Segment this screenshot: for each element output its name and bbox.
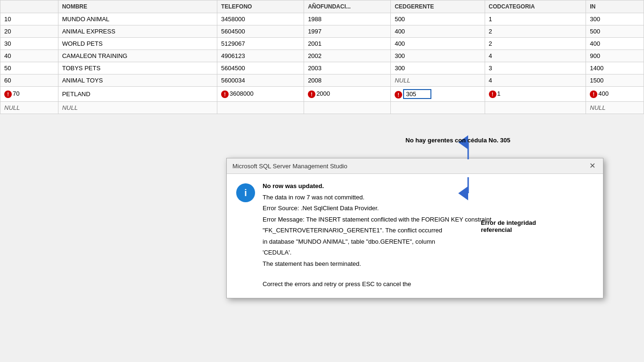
table-row[interactable]: 40CAMALEON TRAINING490612320023004900 (0, 50, 644, 62)
cell-cedgerente[interactable]: !305 (391, 87, 485, 102)
table-row[interactable]: 60ANIMAL TOYS56000342008NULL41500 (0, 74, 644, 87)
cell-in: 1400 (586, 62, 644, 74)
cell-codcategoria: 4 (485, 74, 586, 87)
cell-in: 400 (586, 38, 644, 50)
cell-telefono: 5600034 (217, 74, 304, 87)
cell-nombre: ANIMAL TOYS (58, 74, 217, 87)
cell-anio: 1988 (304, 13, 391, 25)
cell-telefono: !3608000 (217, 87, 304, 102)
cell-telefono: 5604500 (217, 62, 304, 74)
cell-nombre: NULL (58, 102, 217, 114)
cell-telefono (217, 102, 304, 114)
cell-id: NULL (0, 102, 58, 114)
cell-codcategoria: !1 (485, 87, 586, 102)
cell-id: 60 (0, 74, 58, 87)
cell-cedgerente: 300 (391, 62, 485, 74)
cell-in: !400 (586, 87, 644, 102)
col-header-cedgerente: CEDGERENTE (391, 0, 485, 13)
cell-id: 30 (0, 38, 58, 50)
cell-cedgerente: 400 (391, 25, 485, 38)
cell-anio: !2000 (304, 87, 391, 102)
results-table: NOMBRE TELEFONO AÑOFUNDACI... CEDGERENTE… (0, 0, 644, 114)
cell-in: NULL (586, 102, 644, 114)
cell-in: 500 (586, 25, 644, 38)
cell-nombre: TOBYS PETS (58, 62, 217, 74)
table-row[interactable]: 50TOBYS PETS5604500200330031400 (0, 62, 644, 74)
data-grid: NOMBRE TELEFONO AÑOFUNDACI... CEDGERENTE… (0, 0, 644, 114)
table-row[interactable]: 20ANIMAL EXPRESS560450019974002500 (0, 25, 644, 38)
col-header-telefono: TELEFONO (217, 0, 304, 13)
cell-cedgerente: 400 (391, 38, 485, 50)
table-row[interactable]: 10MUNDO ANIMAL345800019885001300 (0, 13, 644, 25)
cell-cedgerente (391, 102, 485, 114)
cell-anio: 1997 (304, 25, 391, 38)
cell-in: 1500 (586, 74, 644, 87)
cell-nombre: PETLAND (58, 87, 217, 102)
table-row[interactable]: 30WORLD PETS512906720014002400 (0, 38, 644, 50)
cell-codcategoria: 2 (485, 25, 586, 38)
cell-cedgerente: NULL (391, 74, 485, 87)
col-header-id (0, 0, 58, 13)
cell-id: 10 (0, 13, 58, 25)
cell-anio: 2001 (304, 38, 391, 50)
cell-codcategoria: 4 (485, 50, 586, 62)
table-row[interactable]: !70PETLAND!3608000!2000!305!1!400 (0, 87, 644, 102)
cell-cedgerente: 500 (391, 13, 485, 25)
cell-anio: 2008 (304, 74, 391, 87)
cell-anio: 2003 (304, 62, 391, 74)
table-row[interactable]: NULLNULLNULL (0, 102, 644, 114)
cell-anio (304, 102, 391, 114)
cell-codcategoria: 2 (485, 38, 586, 50)
cell-nombre: ANIMAL EXPRESS (58, 25, 217, 38)
col-header-codcategoria: CODCATEGORIA (485, 0, 586, 13)
cell-id: 20 (0, 25, 58, 38)
cell-in: 900 (586, 50, 644, 62)
cell-telefono: 5129067 (217, 38, 304, 50)
col-header-in: IN (586, 0, 644, 13)
cell-telefono: 5604500 (217, 25, 304, 38)
col-header-nombre: NOMBRE (58, 0, 217, 13)
cell-nombre: CAMALEON TRAINING (58, 50, 217, 62)
cell-anio: 2002 (304, 50, 391, 62)
cell-id: 40 (0, 50, 58, 62)
cell-telefono: 4906123 (217, 50, 304, 62)
cell-codcategoria: 1 (485, 13, 586, 25)
cell-codcategoria: 3 (485, 62, 586, 74)
cell-codcategoria (485, 102, 586, 114)
cell-cedgerente: 300 (391, 50, 485, 62)
col-header-anio: AÑOFUNDACI... (304, 0, 391, 13)
cell-nombre: MUNDO ANIMAL (58, 13, 217, 25)
cell-telefono: 3458000 (217, 13, 304, 25)
cell-id: 50 (0, 62, 58, 74)
cell-nombre: WORLD PETS (58, 38, 217, 50)
cell-in: 300 (586, 13, 644, 25)
cell-id: !70 (0, 87, 58, 102)
